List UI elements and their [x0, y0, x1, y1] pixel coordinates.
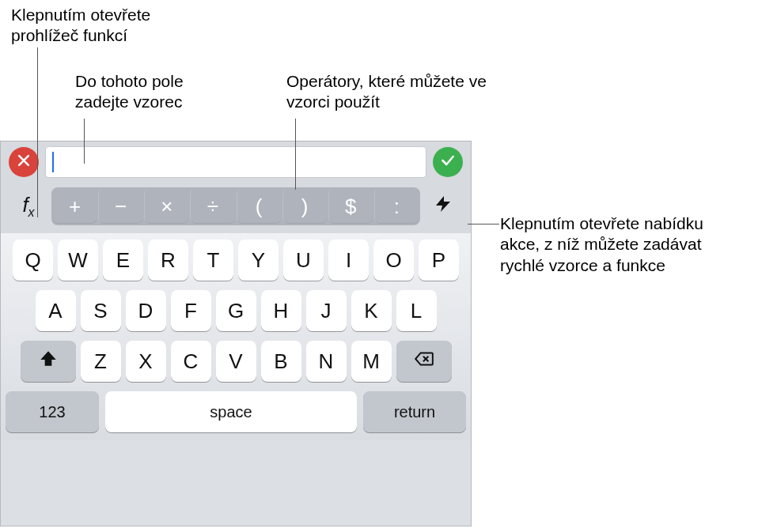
- callout-function-browser: Klepnutím otevřete prohlížeč funkcí: [11, 5, 193, 47]
- key-e[interactable]: E: [103, 240, 143, 281]
- shift-key[interactable]: [21, 341, 76, 382]
- key-z[interactable]: Z: [81, 341, 121, 382]
- callout-leader: [84, 119, 85, 164]
- key-g[interactable]: G: [216, 290, 256, 331]
- callout-leader: [295, 119, 296, 190]
- fx-icon: fx: [22, 193, 34, 220]
- key-m[interactable]: M: [351, 341, 392, 382]
- operator-close-paren[interactable]: ): [282, 189, 327, 224]
- key-n[interactable]: N: [306, 341, 347, 382]
- key-r[interactable]: R: [148, 240, 188, 281]
- formula-keyboard-panel: fx + − × ÷ ( ) $ : Q W E R T Y U I: [0, 141, 472, 526]
- close-icon: [16, 153, 32, 172]
- keyboard: Q W E R T Y U I O P A S D F G H J K L: [1, 233, 471, 440]
- callout-operators: Operátory, které můžete ve vzorci použít: [286, 71, 508, 113]
- keyboard-row-4: 123 space return: [6, 391, 466, 432]
- key-x[interactable]: X: [126, 341, 166, 382]
- backspace-key[interactable]: [396, 341, 452, 382]
- space-key[interactable]: space: [105, 391, 357, 432]
- accept-button[interactable]: [433, 147, 463, 177]
- key-y[interactable]: Y: [238, 240, 279, 281]
- keyboard-row-1: Q W E R T Y U I O P: [6, 240, 466, 281]
- return-key[interactable]: return: [363, 391, 466, 432]
- callout-formula-field: Do tohoto pole zadejte vzorec: [75, 71, 233, 113]
- lightning-icon: [434, 194, 453, 219]
- keyboard-row-3: Z X C V B N M: [6, 341, 466, 382]
- key-q[interactable]: Q: [13, 240, 53, 281]
- key-w[interactable]: W: [58, 240, 98, 281]
- checkmark-icon: [440, 153, 456, 172]
- key-s[interactable]: S: [81, 290, 121, 331]
- key-k[interactable]: K: [351, 290, 392, 331]
- quick-action-button[interactable]: [420, 188, 466, 224]
- callout-leader: [468, 224, 499, 224]
- key-l[interactable]: L: [396, 290, 437, 331]
- operator-keys: + − × ÷ ( ) $ :: [51, 187, 420, 225]
- cancel-button[interactable]: [9, 147, 39, 177]
- operator-row: fx + − × ÷ ( ) $ :: [1, 183, 471, 233]
- key-j[interactable]: J: [306, 290, 347, 331]
- operator-open-paren[interactable]: (: [237, 189, 281, 224]
- formula-bar: [1, 141, 471, 183]
- shift-icon: [38, 349, 59, 375]
- numeric-switch-key[interactable]: 123: [6, 391, 99, 432]
- text-caret: [52, 152, 54, 172]
- key-u[interactable]: U: [283, 240, 324, 281]
- key-a[interactable]: A: [36, 290, 76, 331]
- operator-plus[interactable]: +: [53, 189, 97, 224]
- key-p[interactable]: P: [419, 240, 459, 281]
- key-t[interactable]: T: [193, 240, 233, 281]
- key-i[interactable]: I: [328, 240, 369, 281]
- callout-quick-actions: Klepnutím otevřete nabídku akce, z níž m…: [500, 213, 745, 276]
- operator-multiply[interactable]: ×: [144, 189, 188, 224]
- function-browser-button[interactable]: fx: [6, 188, 51, 224]
- key-v[interactable]: V: [216, 341, 256, 382]
- key-h[interactable]: H: [261, 290, 301, 331]
- svg-marker-2: [436, 196, 450, 212]
- formula-input[interactable]: [45, 146, 426, 178]
- keyboard-row-2: A S D F G H J K L: [6, 290, 466, 331]
- operator-dollar[interactable]: $: [328, 189, 373, 224]
- key-o[interactable]: O: [373, 240, 414, 281]
- backspace-icon: [414, 349, 434, 375]
- key-f[interactable]: F: [171, 290, 211, 331]
- operator-colon[interactable]: :: [374, 189, 419, 224]
- key-b[interactable]: B: [261, 341, 301, 382]
- operator-minus[interactable]: −: [98, 189, 142, 224]
- key-c[interactable]: C: [171, 341, 211, 382]
- callout-leader: [37, 47, 38, 217]
- key-d[interactable]: D: [126, 290, 166, 331]
- operator-divide[interactable]: ÷: [190, 189, 234, 224]
